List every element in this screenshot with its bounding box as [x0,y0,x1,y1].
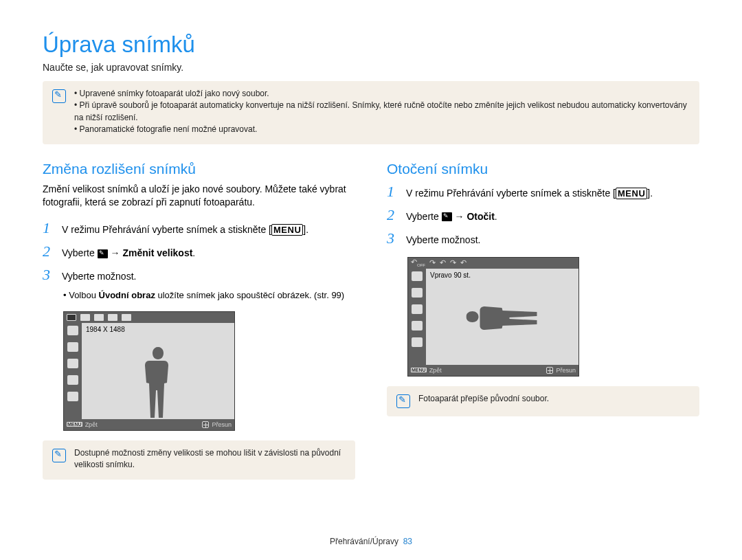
person-silhouette [141,347,175,419]
note-icon [52,89,66,103]
step-text: Vyberte možnost. [62,267,136,284]
resolution-icon [122,314,131,321]
side-icon [412,321,423,331]
right-note-box: Fotoaparát přepíše původní soubor. [387,386,699,416]
edit-icon [98,249,108,258]
step-text: V režimu Přehrávání vyberte snímek a sti… [62,224,271,235]
menu-badge: MENU [271,224,303,236]
note-icon [52,449,66,462]
screen-bottom-bar: MENU Zpět Přesun [64,419,234,430]
step-number: 3 [43,266,55,284]
menu-mini-icon: MENU [67,422,82,427]
step-3: 3 Vyberte možnost. [43,266,355,284]
screen-canvas: Vpravo 90 st. [426,269,578,365]
rotate-left-icon: ↶ [460,258,466,267]
menu-badge: MENU [616,188,647,200]
section-desc-resize: Změní velikost snímků a uloží je jako no… [43,183,355,210]
camera-screen-resize: 1984 X 1488 MENU Zpět Přesun [63,311,235,431]
footer-section: Přehrávání/Úpravy [330,537,398,546]
step-number: 2 [43,243,55,260]
rotate-right-icon: ↷ [450,258,456,267]
screen-canvas: 1984 X 1488 [82,323,234,419]
side-icon [67,359,78,368]
sub-bullet: Volbou Úvodní obraz uložíte snímek jako … [63,289,355,302]
step-text: . [192,247,195,258]
nav-mini-icon [202,421,209,428]
rotate-off-icon: ↶OFF [411,258,425,267]
screen-rotate-label: Vpravo 90 st. [430,271,471,279]
step-number: 1 [387,183,399,201]
side-icon [67,392,78,401]
footer-page-number: 83 [403,537,412,546]
top-note-list: Upravené snímky fotoaparát uloží jako no… [74,88,690,136]
top-note-item: Při úpravě souborů je fotoaparát automat… [74,100,690,124]
screen-back-label: Zpět [429,367,442,374]
side-icon [67,326,78,335]
menu-mini-icon: MENU [411,368,427,372]
step-number: 1 [43,219,55,237]
screen-back-label: Zpět [85,421,98,428]
step-number: 3 [387,229,399,247]
screen-side-bar [64,323,82,419]
step-text: Vyberte [62,247,98,258]
side-icon [412,288,423,298]
screen-side-bar [408,269,426,365]
left-column: Změna rozlišení snímků Změní velikost sn… [43,161,355,496]
side-icon [412,304,423,314]
step-1: 1 V režimu Přehrávání vyberte snímek a s… [43,219,355,237]
step-number: 2 [387,206,399,224]
step-text: ]. [303,224,308,235]
rotate-right-icon: ↷ [429,258,436,267]
step-text: V režimu Přehrávání vyberte snímek a sti… [406,188,616,199]
step-bold: Změnit velikost [122,247,192,258]
step-text: Vyberte možnost. [406,231,480,247]
step-3: 3 Vyberte možnost. [387,229,699,247]
step-1: 1 V režimu Přehrávání vyberte snímek a s… [387,183,699,201]
camera-screen-rotate: ↶OFF ↷ ↶ ↷ ↶ Vpravo 90 st. [407,257,579,377]
edit-icon [442,212,452,221]
step-text: ]. [647,188,653,199]
screen-top-bar: ↶OFF ↷ ↶ ↷ ↶ [408,258,578,269]
page-title: Úprava snímků [43,32,699,58]
nav-mini-icon [546,367,553,374]
left-note-text: Dostupné možnosti změny velikosti se moh… [74,447,346,471]
page-subtitle: Naučte se, jak upravovat snímky. [43,62,699,73]
side-icon [412,271,423,281]
person-silhouette-rotated [466,300,539,334]
top-note-box: Upravené snímky fotoaparát uloží jako no… [43,81,699,144]
screen-move-label: Přesun [212,421,232,428]
page-footer: Přehrávání/Úpravy 83 [0,537,742,546]
screen-resolution-label: 1984 X 1488 [86,326,125,333]
step-text: Vyberte [406,211,442,222]
step-2: 2 Vyberte → Otočit. [387,206,699,224]
screen-bottom-bar: MENU Zpět Přesun [408,365,578,376]
top-note-item: Panoramatické fotografie není možné upra… [74,124,690,135]
rotate-left-icon: ↶ [440,258,446,267]
resolution-icon [94,314,104,321]
step-text: . [495,211,497,222]
step-bold: Otočit [466,211,494,222]
right-note-text: Fotoaparát přepíše původní soubor. [418,393,549,405]
left-note-box: Dostupné možnosti změny velikosti se moh… [43,440,355,480]
section-title-resize: Změna rozlišení snímků [43,161,355,177]
side-icon [67,375,78,385]
resolution-icon [108,314,117,321]
side-icon [412,337,423,347]
side-icon [67,342,78,352]
step-2: 2 Vyberte → Změnit velikost. [43,243,355,260]
note-icon [396,394,410,408]
resolution-icon [67,314,76,321]
section-title-rotate: Otočení snímku [387,161,699,177]
screen-top-bar [64,312,234,323]
right-column: Otočení snímku 1 V režimu Přehrávání vyb… [387,161,699,496]
resolution-icon [80,314,90,321]
screen-move-label: Přesun [556,367,576,374]
top-note-item: Upravené snímky fotoaparát uloží jako no… [74,88,690,100]
